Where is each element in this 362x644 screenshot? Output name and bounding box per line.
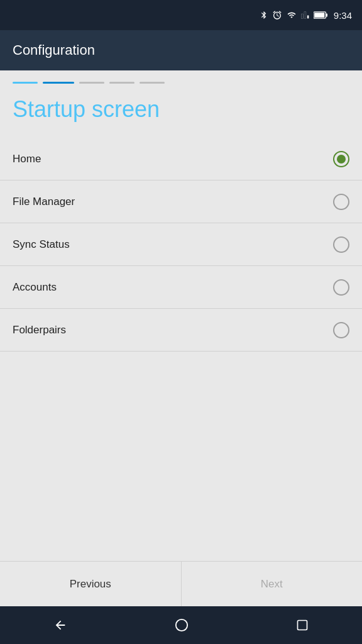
next-button[interactable]: Next xyxy=(182,562,363,606)
back-icon[interactable] xyxy=(53,618,67,632)
status-time: 9:34 xyxy=(334,10,352,21)
bluetooth-icon xyxy=(260,9,268,21)
wifi-icon xyxy=(286,11,297,19)
progress-step-3 xyxy=(79,82,104,84)
progress-indicators xyxy=(0,70,362,90)
option-home-label: Home xyxy=(13,153,41,165)
progress-step-2 xyxy=(43,82,74,84)
svg-rect-4 xyxy=(297,621,307,630)
option-file-manager[interactable]: File Manager xyxy=(0,180,362,223)
status-icons: 9:34 xyxy=(260,9,352,21)
alarm-icon xyxy=(272,10,282,20)
option-sync-status-label: Sync Status xyxy=(13,238,70,251)
option-home[interactable]: Home xyxy=(0,138,362,180)
progress-step-1 xyxy=(13,82,38,84)
bottom-navigation: Previous Next xyxy=(0,561,362,606)
progress-step-4 xyxy=(109,82,134,84)
option-home-radio[interactable] xyxy=(333,151,349,167)
status-bar: 9:34 xyxy=(0,0,362,30)
option-sync-status-radio[interactable] xyxy=(333,236,349,253)
option-sync-status[interactable]: Sync Status xyxy=(0,223,362,266)
progress-step-5 xyxy=(140,82,165,84)
system-nav-bar xyxy=(0,606,362,644)
svg-point-3 xyxy=(176,619,187,631)
recents-icon[interactable] xyxy=(296,619,309,631)
option-folderpairs-label: Folderpairs xyxy=(13,324,66,336)
battery-icon xyxy=(314,11,327,19)
signal-icon xyxy=(301,10,310,20)
svg-rect-1 xyxy=(326,13,327,16)
app-bar-title: Configuration xyxy=(13,42,95,58)
option-folderpairs[interactable]: Folderpairs xyxy=(0,309,362,352)
content-area: Startup screen Home File Manager Sync St… xyxy=(0,70,362,606)
option-accounts[interactable]: Accounts xyxy=(0,266,362,309)
svg-rect-2 xyxy=(314,13,324,18)
app-bar: Configuration xyxy=(0,30,362,70)
option-accounts-label: Accounts xyxy=(13,281,57,294)
option-file-manager-radio[interactable] xyxy=(333,194,349,210)
options-list: Home File Manager Sync Status Accounts F… xyxy=(0,138,362,561)
page-title: Startup screen xyxy=(0,90,362,138)
option-file-manager-label: File Manager xyxy=(13,196,75,208)
option-folderpairs-radio[interactable] xyxy=(333,322,349,338)
option-accounts-radio[interactable] xyxy=(333,279,349,296)
previous-button[interactable]: Previous xyxy=(0,562,182,606)
home-icon[interactable] xyxy=(175,618,189,632)
